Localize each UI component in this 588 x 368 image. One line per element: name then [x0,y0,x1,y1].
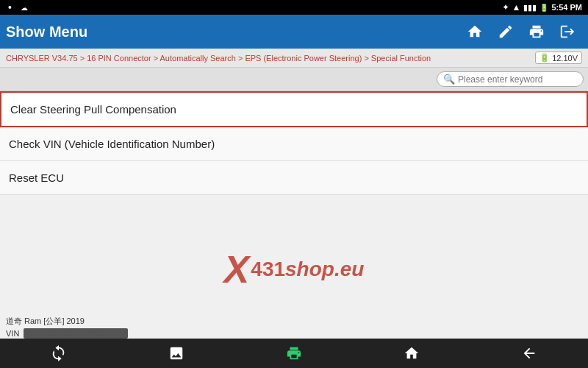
breadcrumb-bar: CHRYSLER V34.75 > 16 PIN Connector > Aut… [0,49,588,68]
menu-item-3[interactable]: Reset ECU [0,161,588,195]
extra-icon: ☁ [21,4,28,12]
bottom-nav [0,339,588,368]
vin-row: VIN 1C6SRFLT7KN8 [6,328,128,339]
home-button[interactable] [460,17,490,46]
print-icon [528,24,545,40]
wifi-icon: ▲ [512,2,521,13]
status-bar: ☻ ☁ ✦ ▲ ▮▮▮ 🔋 5:54 PM [0,0,588,15]
search-input-wrap[interactable]: 🔍 [437,71,584,87]
main-content: Clear Steering Pull CompensationCheck VI… [0,91,588,195]
nav-back2-button[interactable] [511,340,548,367]
search-input[interactable] [458,74,576,85]
header-bar: Show Menu [0,15,588,49]
svg-text:☻: ☻ [7,4,12,10]
exit-button[interactable] [553,17,582,46]
status-left-icons: ☻ ☁ [6,2,28,13]
watermark-x: X [224,250,250,289]
exit-icon [559,24,576,40]
vin-value: 1C6SRFLT7KN8 [24,328,128,339]
menu-item-2[interactable]: Check VIN (Vehicle Identification Number… [0,127,588,161]
watermark-brand: 431shop.eu [251,259,364,280]
edit-button[interactable] [491,17,520,46]
breadcrumb: CHRYSLER V34.75 > 16 PIN Connector > Aut… [6,54,431,63]
nav-gallery-button[interactable] [158,340,195,367]
print-button[interactable] [522,17,551,46]
menu-item-1[interactable]: Clear Steering Pull Compensation [0,91,588,127]
header-icons [460,17,582,46]
page-title: Show Menu [6,24,460,40]
voltage-value: 12.10V [552,54,578,63]
status-time: 5:54 PM [551,3,582,12]
battery-status-icon: 🔋 [539,4,548,12]
battery-icon: 🔋 [539,53,550,63]
search-icon: 🔍 [443,74,455,85]
print2-icon [286,345,302,361]
watermark: X 431shop.eu [224,250,365,289]
bluetooth-icon: ✦ [502,2,509,13]
home-icon [467,24,483,40]
nav-print2-button[interactable] [276,340,312,367]
search-bar: 🔍 [0,68,588,91]
nav-back-button[interactable] [40,340,77,367]
back-icon [51,345,67,361]
signal-icon: ▮▮▮ [523,3,537,13]
nav-home-icon [404,345,420,361]
android-icon: ☻ [6,2,16,13]
gallery-icon [168,345,184,361]
edit-icon [498,24,514,40]
vehicle-name: 道奇 Ram [公羊] 2019 [6,316,128,327]
vehicle-info: 道奇 Ram [公羊] 2019 VIN 1C6SRFLT7KN8 [6,316,128,339]
vin-label: VIN [6,329,19,338]
back2-icon [521,345,537,361]
status-right-icons: ✦ ▲ ▮▮▮ 🔋 5:54 PM [502,2,582,13]
voltage-badge: 🔋 12.10V [535,52,582,64]
nav-home-button[interactable] [393,340,430,367]
